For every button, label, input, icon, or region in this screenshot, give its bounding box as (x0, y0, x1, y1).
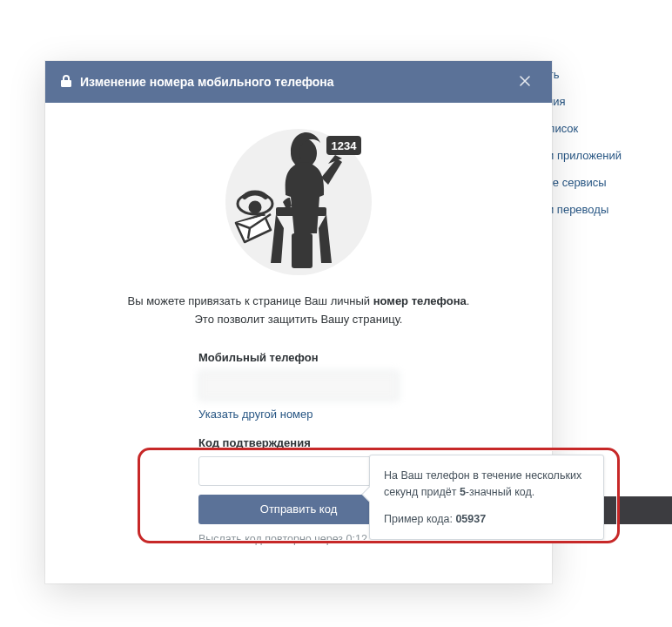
code-label: Код подтверждения (198, 436, 399, 449)
another-number-link[interactable]: Указать другой номер (198, 408, 313, 421)
desc-prefix: Вы можете привязать к странице Ваш личны… (128, 294, 373, 307)
modal-header: Изменение номера мобильного телефона (45, 61, 552, 103)
lock-icon (61, 75, 71, 90)
desc-bold: номер телефона (373, 294, 467, 307)
modal-title: Изменение номера мобильного телефона (80, 75, 514, 89)
svg-point-7 (250, 202, 260, 212)
tooltip-text: На Ваш телефон в течение нескольких секу… (384, 468, 589, 501)
close-icon[interactable] (514, 70, 536, 95)
code-tooltip: На Ваш телефон в течение нескольких секу… (369, 455, 604, 540)
description: Вы можете привязать к странице Ваш личны… (80, 293, 517, 329)
illustration: 1234 (225, 129, 372, 275)
phone-row: Мобильный телефон Указать другой номер (198, 351, 399, 421)
tooltip-example-code: 05937 (455, 513, 486, 525)
tooltip-digit: 5 (460, 486, 466, 498)
tooltip-suffix: -значный код. (466, 486, 534, 498)
svg-rect-2 (292, 233, 312, 268)
tooltip-example: Пример кода: 05937 (384, 511, 589, 528)
phone-label: Мобильный телефон (198, 351, 399, 364)
phone-input[interactable] (198, 371, 399, 401)
tooltip-example-label: Пример кода: (384, 513, 455, 525)
desc-suffix: . (467, 294, 470, 307)
svg-rect-3 (276, 207, 326, 216)
desc-line2: Это позволит защитить Вашу страницу. (195, 313, 403, 326)
svg-text:1234: 1234 (332, 139, 358, 152)
